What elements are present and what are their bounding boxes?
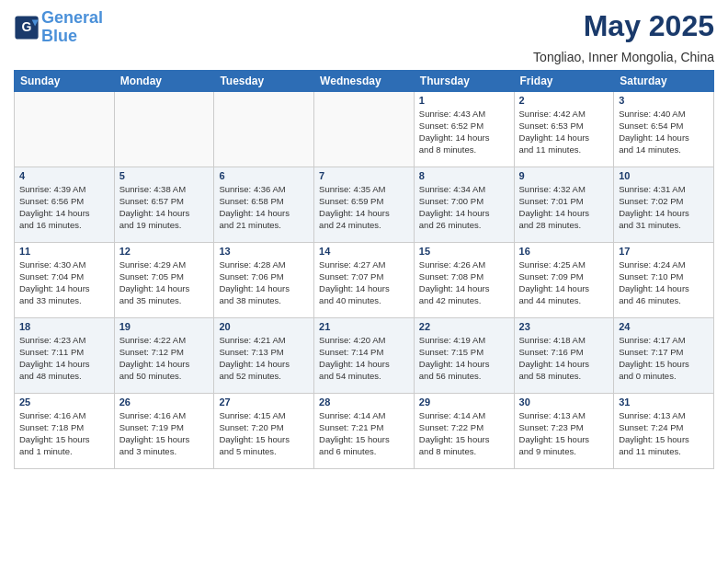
day-number: 25 bbox=[19, 396, 109, 408]
cell-info: Sunrise: 4:17 AM Sunset: 7:17 PM Dayligh… bbox=[619, 334, 709, 383]
calendar-cell: 24Sunrise: 4:17 AM Sunset: 7:17 PM Dayli… bbox=[614, 317, 714, 393]
day-number: 1 bbox=[419, 95, 509, 106]
month-title: May 2025 bbox=[584, 9, 714, 43]
calendar-week-row: 4Sunrise: 4:39 AM Sunset: 6:56 PM Daylig… bbox=[15, 167, 714, 242]
day-number: 9 bbox=[519, 170, 609, 181]
calendar-cell: 18Sunrise: 4:23 AM Sunset: 7:11 PM Dayli… bbox=[15, 317, 115, 393]
logo-icon: G bbox=[14, 15, 40, 40]
calendar-cell bbox=[15, 91, 115, 167]
weekday-header-wednesday: Wednesday bbox=[314, 70, 415, 91]
calendar-cell: 22Sunrise: 4:19 AM Sunset: 7:15 PM Dayli… bbox=[414, 317, 514, 393]
cell-info: Sunrise: 4:24 AM Sunset: 7:10 PM Dayligh… bbox=[619, 259, 709, 307]
day-number: 14 bbox=[319, 246, 409, 257]
cell-info: Sunrise: 4:15 AM Sunset: 7:20 PM Dayligh… bbox=[219, 409, 309, 458]
weekday-header-monday: Monday bbox=[114, 70, 214, 91]
cell-info: Sunrise: 4:19 AM Sunset: 7:15 PM Dayligh… bbox=[419, 334, 509, 383]
calendar-cell: 15Sunrise: 4:26 AM Sunset: 7:08 PM Dayli… bbox=[414, 242, 514, 317]
weekday-header-tuesday: Tuesday bbox=[214, 70, 314, 91]
calendar-cell: 12Sunrise: 4:29 AM Sunset: 7:05 PM Dayli… bbox=[114, 242, 214, 317]
cell-info: Sunrise: 4:14 AM Sunset: 7:21 PM Dayligh… bbox=[319, 409, 409, 458]
cell-info: Sunrise: 4:13 AM Sunset: 7:24 PM Dayligh… bbox=[619, 409, 709, 458]
cell-info: Sunrise: 4:42 AM Sunset: 6:53 PM Dayligh… bbox=[519, 108, 609, 156]
calendar-cell: 25Sunrise: 4:16 AM Sunset: 7:18 PM Dayli… bbox=[15, 393, 115, 468]
calendar-cell bbox=[214, 91, 314, 167]
weekday-header-thursday: Thursday bbox=[414, 70, 514, 91]
calendar-cell: 27Sunrise: 4:15 AM Sunset: 7:20 PM Dayli… bbox=[214, 393, 314, 468]
cell-info: Sunrise: 4:32 AM Sunset: 7:01 PM Dayligh… bbox=[519, 183, 609, 232]
calendar-container: G General Blue May 2025 Tongliao, Inner … bbox=[0, 0, 728, 474]
calendar-cell: 16Sunrise: 4:25 AM Sunset: 7:09 PM Dayli… bbox=[514, 242, 614, 317]
cell-info: Sunrise: 4:20 AM Sunset: 7:14 PM Dayligh… bbox=[319, 334, 409, 383]
cell-info: Sunrise: 4:18 AM Sunset: 7:16 PM Dayligh… bbox=[519, 334, 609, 383]
day-number: 27 bbox=[219, 396, 309, 408]
calendar-cell: 1Sunrise: 4:43 AM Sunset: 6:52 PM Daylig… bbox=[414, 91, 514, 167]
day-number: 20 bbox=[219, 321, 309, 332]
cell-info: Sunrise: 4:29 AM Sunset: 7:05 PM Dayligh… bbox=[119, 259, 210, 307]
logo-line2: Blue bbox=[41, 27, 77, 45]
day-number: 7 bbox=[319, 170, 409, 181]
day-number: 5 bbox=[119, 170, 210, 181]
svg-text:G: G bbox=[22, 19, 32, 34]
day-number: 23 bbox=[519, 321, 609, 332]
cell-info: Sunrise: 4:40 AM Sunset: 6:54 PM Dayligh… bbox=[619, 108, 709, 156]
cell-info: Sunrise: 4:21 AM Sunset: 7:13 PM Dayligh… bbox=[219, 334, 309, 383]
day-number: 30 bbox=[519, 396, 609, 408]
calendar-cell: 4Sunrise: 4:39 AM Sunset: 6:56 PM Daylig… bbox=[15, 167, 115, 242]
day-number: 12 bbox=[119, 246, 210, 257]
weekday-header-sunday: Sunday bbox=[15, 70, 115, 91]
day-number: 24 bbox=[619, 321, 709, 332]
calendar-cell: 23Sunrise: 4:18 AM Sunset: 7:16 PM Dayli… bbox=[514, 317, 614, 393]
calendar-cell bbox=[114, 91, 214, 167]
calendar-cell: 10Sunrise: 4:31 AM Sunset: 7:02 PM Dayli… bbox=[614, 167, 714, 242]
day-number: 16 bbox=[519, 246, 609, 257]
header: G General Blue May 2025 bbox=[14, 9, 714, 46]
cell-info: Sunrise: 4:28 AM Sunset: 7:06 PM Dayligh… bbox=[219, 259, 309, 307]
calendar-cell: 20Sunrise: 4:21 AM Sunset: 7:13 PM Dayli… bbox=[214, 317, 314, 393]
weekday-header-friday: Friday bbox=[514, 70, 614, 91]
cell-info: Sunrise: 4:34 AM Sunset: 7:00 PM Dayligh… bbox=[419, 183, 509, 232]
calendar-cell: 30Sunrise: 4:13 AM Sunset: 7:23 PM Dayli… bbox=[514, 393, 614, 468]
day-number: 28 bbox=[319, 396, 409, 408]
day-number: 3 bbox=[619, 95, 709, 106]
calendar-cell: 7Sunrise: 4:35 AM Sunset: 6:59 PM Daylig… bbox=[314, 167, 415, 242]
calendar-cell: 13Sunrise: 4:28 AM Sunset: 7:06 PM Dayli… bbox=[214, 242, 314, 317]
day-number: 2 bbox=[519, 95, 609, 106]
calendar-week-row: 1Sunrise: 4:43 AM Sunset: 6:52 PM Daylig… bbox=[15, 91, 714, 167]
day-number: 26 bbox=[119, 396, 210, 408]
day-number: 21 bbox=[319, 321, 409, 332]
day-number: 18 bbox=[19, 321, 109, 332]
day-number: 19 bbox=[119, 321, 210, 332]
cell-info: Sunrise: 4:36 AM Sunset: 6:58 PM Dayligh… bbox=[219, 183, 309, 232]
day-number: 4 bbox=[19, 170, 109, 181]
day-number: 22 bbox=[419, 321, 509, 332]
cell-info: Sunrise: 4:16 AM Sunset: 7:19 PM Dayligh… bbox=[119, 409, 210, 458]
cell-info: Sunrise: 4:13 AM Sunset: 7:23 PM Dayligh… bbox=[519, 409, 609, 458]
calendar-cell: 21Sunrise: 4:20 AM Sunset: 7:14 PM Dayli… bbox=[314, 317, 415, 393]
day-number: 6 bbox=[219, 170, 309, 181]
calendar-week-row: 25Sunrise: 4:16 AM Sunset: 7:18 PM Dayli… bbox=[15, 393, 714, 468]
logo-line1: General bbox=[41, 8, 103, 27]
calendar-cell: 14Sunrise: 4:27 AM Sunset: 7:07 PM Dayli… bbox=[314, 242, 415, 317]
calendar-cell: 3Sunrise: 4:40 AM Sunset: 6:54 PM Daylig… bbox=[614, 91, 714, 167]
calendar-week-row: 11Sunrise: 4:30 AM Sunset: 7:04 PM Dayli… bbox=[15, 242, 714, 317]
cell-info: Sunrise: 4:26 AM Sunset: 7:08 PM Dayligh… bbox=[419, 259, 509, 307]
calendar-cell: 2Sunrise: 4:42 AM Sunset: 6:53 PM Daylig… bbox=[514, 91, 614, 167]
calendar-table: SundayMondayTuesdayWednesdayThursdayFrid… bbox=[14, 70, 714, 469]
day-number: 29 bbox=[419, 396, 509, 408]
cell-info: Sunrise: 4:39 AM Sunset: 6:56 PM Dayligh… bbox=[19, 183, 109, 232]
calendar-cell: 5Sunrise: 4:38 AM Sunset: 6:57 PM Daylig… bbox=[114, 167, 214, 242]
calendar-cell bbox=[314, 91, 415, 167]
cell-info: Sunrise: 4:25 AM Sunset: 7:09 PM Dayligh… bbox=[519, 259, 609, 307]
cell-info: Sunrise: 4:16 AM Sunset: 7:18 PM Dayligh… bbox=[19, 409, 109, 458]
cell-info: Sunrise: 4:14 AM Sunset: 7:22 PM Dayligh… bbox=[419, 409, 509, 458]
cell-info: Sunrise: 4:38 AM Sunset: 6:57 PM Dayligh… bbox=[119, 183, 210, 232]
cell-info: Sunrise: 4:23 AM Sunset: 7:11 PM Dayligh… bbox=[19, 334, 109, 383]
calendar-cell: 17Sunrise: 4:24 AM Sunset: 7:10 PM Dayli… bbox=[614, 242, 714, 317]
calendar-cell: 26Sunrise: 4:16 AM Sunset: 7:19 PM Dayli… bbox=[114, 393, 214, 468]
calendar-week-row: 18Sunrise: 4:23 AM Sunset: 7:11 PM Dayli… bbox=[15, 317, 714, 393]
calendar-cell: 31Sunrise: 4:13 AM Sunset: 7:24 PM Dayli… bbox=[614, 393, 714, 468]
calendar-cell: 19Sunrise: 4:22 AM Sunset: 7:12 PM Dayli… bbox=[114, 317, 214, 393]
day-number: 13 bbox=[219, 246, 309, 257]
calendar-cell: 29Sunrise: 4:14 AM Sunset: 7:22 PM Dayli… bbox=[414, 393, 514, 468]
calendar-cell: 11Sunrise: 4:30 AM Sunset: 7:04 PM Dayli… bbox=[15, 242, 115, 317]
